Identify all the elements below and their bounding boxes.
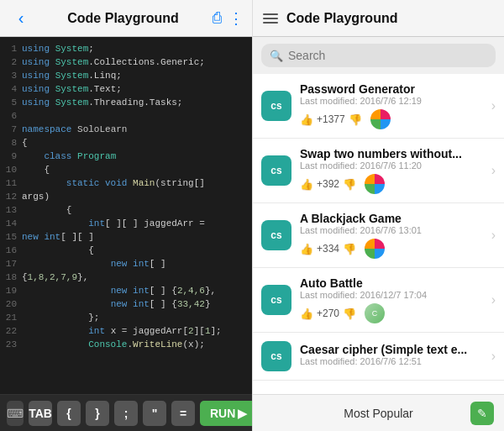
- item-title: A Blackjack Game: [300, 212, 486, 225]
- brace-close-button[interactable]: }: [86, 401, 109, 426]
- thumb-up-icon: 👍: [300, 113, 313, 126]
- item-title: Auto Battle: [300, 276, 486, 290]
- back-button[interactable]: ‹: [8, 6, 34, 31]
- left-panel: ‹ Code Playground ⎙ ⋮ 1 2 3 4 5 6 7 8 9 …: [0, 0, 252, 431]
- menu-icon[interactable]: [263, 13, 278, 24]
- right-panel: Code Playground 🔍 cs Password Generator …: [252, 0, 504, 431]
- semicolon-button[interactable]: ;: [114, 401, 138, 426]
- item-title: Password Generator: [300, 82, 486, 96]
- item-title: Caesar cipher (Simple text e...: [300, 343, 486, 356]
- item-date: Last modified: 2016/7/6 13:01: [300, 225, 486, 235]
- vote-count: +1377: [317, 113, 345, 125]
- code-text: using System; using System.Collections.G…: [22, 42, 249, 351]
- code-area: 1 2 3 4 5 6 7 8 9 10 11 12 13 14 15 16 1…: [0, 37, 252, 394]
- search-icon: 🔍: [270, 50, 283, 62]
- votes: 👍 +1377 👎: [300, 113, 362, 126]
- user-avatar: C: [365, 303, 385, 323]
- sololearn-logo: [365, 239, 385, 259]
- cs-badge: cs: [261, 285, 291, 315]
- vote-count: +392: [317, 178, 339, 190]
- edit-button[interactable]: ✎: [470, 402, 494, 425]
- chevron-right-icon: ›: [491, 349, 496, 364]
- equals-button[interactable]: =: [171, 401, 195, 426]
- vote-count: +334: [317, 243, 339, 255]
- search-input[interactable]: [288, 49, 487, 62]
- search-bar: 🔍: [253, 37, 504, 74]
- chevron-right-icon: ›: [491, 228, 496, 243]
- item-date: Last modified: 2016/7/6 12:51: [300, 356, 486, 366]
- list-item[interactable]: cs Auto Battle Last modified: 2016/12/7 …: [253, 268, 504, 333]
- chevron-right-icon: ›: [491, 292, 496, 307]
- votes: 👍 +270 👎: [300, 307, 356, 320]
- list-item[interactable]: cs Swap two numbers without... Last modi…: [253, 139, 504, 203]
- cs-badge: cs: [261, 91, 291, 121]
- item-date: Last modified: 2016/12/7 17:04: [300, 290, 486, 300]
- item-info: Swap two numbers without... Last modifie…: [300, 147, 486, 194]
- left-header: ‹ Code Playground ⎙ ⋮: [0, 0, 252, 37]
- right-header: Code Playground: [253, 0, 504, 37]
- item-info: Caesar cipher (Simple text e... Last mod…: [300, 343, 486, 370]
- list-item[interactable]: cs Caesar cipher (Simple text e... Last …: [253, 333, 504, 381]
- cs-badge: cs: [261, 155, 291, 186]
- run-button[interactable]: RUN ▶: [200, 401, 257, 426]
- item-info: A Blackjack Game Last modified: 2016/7/6…: [300, 212, 486, 259]
- more-icon[interactable]: ⋮: [228, 9, 244, 28]
- line-numbers: 1 2 3 4 5 6 7 8 9 10 11 12 13 14 15 16 1…: [0, 37, 18, 394]
- list-area: cs Password Generator Last modified: 201…: [253, 74, 504, 394]
- votes: 👍 +392 👎: [300, 178, 356, 191]
- item-date: Last modified: 2016/7/6 11:20: [300, 160, 486, 171]
- item-title: Swap two numbers without...: [300, 147, 486, 160]
- thumb-down-icon: 👎: [343, 307, 356, 320]
- chevron-right-icon: ›: [491, 98, 496, 113]
- left-title: Code Playground: [34, 11, 213, 26]
- item-info: Password Generator Last modified: 2016/7…: [300, 82, 486, 129]
- quote-button[interactable]: ": [143, 401, 166, 426]
- keyboard-icon[interactable]: ⌨: [7, 401, 24, 426]
- thumb-down-icon: 👎: [343, 243, 356, 255]
- item-info: Auto Battle Last modified: 2016/12/7 17:…: [300, 276, 486, 323]
- chevron-right-icon: ›: [491, 163, 496, 178]
- thumb-up-icon: 👍: [300, 243, 313, 255]
- sololearn-logo: [370, 109, 391, 129]
- item-meta: 👍 +270 👎 C: [300, 303, 486, 323]
- header-icons: ⎙ ⋮: [213, 9, 244, 28]
- code-content[interactable]: using System; using System.Collections.G…: [18, 37, 252, 394]
- toolbar: ⌨ TAB { } ; " = RUN ▶: [0, 394, 252, 431]
- cs-badge: cs: [261, 341, 291, 371]
- votes: 👍 +334 👎: [300, 243, 356, 255]
- search-input-wrap[interactable]: 🔍: [261, 44, 496, 67]
- right-title: Code Playground: [286, 11, 494, 26]
- run-arrow-icon: ▶: [238, 407, 247, 420]
- item-meta: 👍 +334 👎: [300, 239, 486, 259]
- item-meta: 👍 +392 👎: [300, 174, 486, 194]
- item-date: Last modified: 2016/7/6 12:19: [300, 96, 486, 106]
- sololearn-logo: [365, 174, 385, 194]
- brace-open-button[interactable]: {: [57, 401, 81, 426]
- list-item[interactable]: cs A Blackjack Game Last modified: 2016/…: [253, 203, 504, 268]
- cs-badge: cs: [261, 220, 291, 250]
- footer-label: Most Popular: [344, 407, 412, 420]
- list-item[interactable]: cs Password Generator Last modified: 201…: [253, 74, 504, 139]
- right-footer: Most Popular ✎: [253, 394, 504, 431]
- tab-button[interactable]: TAB: [29, 401, 52, 426]
- back-icon: ‹: [18, 8, 24, 28]
- share-icon[interactable]: ⎙: [213, 9, 222, 28]
- thumb-up-icon: 👍: [300, 178, 313, 191]
- thumb-up-icon: 👍: [300, 307, 313, 320]
- thumb-down-icon: 👎: [349, 113, 362, 126]
- thumb-down-icon: 👎: [343, 178, 356, 191]
- item-meta: 👍 +1377 👎: [300, 109, 486, 129]
- vote-count: +270: [317, 307, 339, 319]
